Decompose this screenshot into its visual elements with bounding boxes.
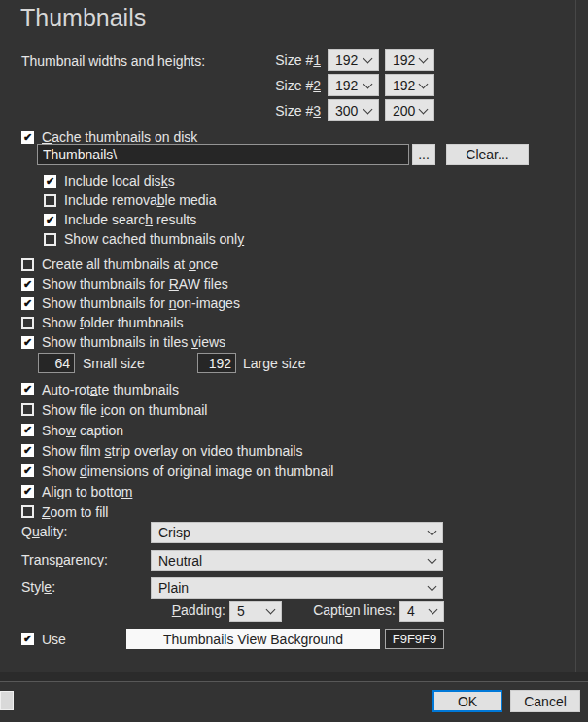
checkbox-label: Show file icon on thumbnail bbox=[42, 402, 207, 418]
chevron-down-icon bbox=[428, 582, 437, 592]
combobox-value: 300 bbox=[335, 103, 358, 119]
large-size-label: Large size bbox=[243, 356, 306, 371]
checkbox-row-show-film-strip-overlay-on-video-thumbnails[interactable]: Show film strip overlay on video thumbna… bbox=[21, 440, 333, 461]
checkbox-row-show-caption[interactable]: Show caption bbox=[21, 420, 333, 440]
checkbox-show-thumbnails-for-raw-files[interactable] bbox=[21, 278, 34, 291]
checkbox-show-caption[interactable] bbox=[21, 424, 34, 436]
chevron-down-icon bbox=[419, 53, 429, 63]
size-2-width-combobox[interactable]: 192 bbox=[328, 74, 379, 96]
page-title: Thumbnails bbox=[20, 4, 146, 32]
checkbox-row-use[interactable]: Use bbox=[21, 629, 66, 649]
checkbox-show-cached-thumbnails-only[interactable] bbox=[44, 233, 56, 246]
size-label-1: Size #1 bbox=[262, 52, 321, 68]
browse-button[interactable]: ... bbox=[412, 144, 435, 165]
checkbox-row-zoom-to-fill[interactable]: Zoom to fill bbox=[21, 501, 333, 522]
label-quality: Quality: bbox=[21, 524, 67, 539]
checkbox-label: Create all thumbnails at once bbox=[42, 257, 218, 272]
partial-button-fragment[interactable] bbox=[0, 691, 14, 710]
checkbox-show-film-strip-overlay-on-video-thumbnails[interactable] bbox=[21, 444, 34, 457]
size-3-height-combobox[interactable]: 200 bbox=[385, 99, 434, 121]
checkbox-show-folder-thumbnails[interactable] bbox=[21, 317, 34, 329]
checkbox-row-show-file-icon-on-thumbnail[interactable]: Show file icon on thumbnail bbox=[21, 399, 333, 420]
checkbox-label: Use bbox=[42, 632, 66, 647]
combobox-value: Crisp bbox=[158, 525, 190, 540]
checkbox-row-show-thumbnails-for-non-images[interactable]: Show thumbnails for non-images bbox=[21, 293, 240, 313]
checkbox-row-auto-rotate-thumbnails[interactable]: Auto-rotate thumbnails bbox=[21, 379, 333, 399]
checkbox-show-dimensions-of-original-image-on-thumbnail[interactable] bbox=[21, 464, 34, 477]
checkbox-row-create-all-thumbnails-at-once[interactable]: Create all thumbnails at once bbox=[21, 255, 240, 274]
style-combobox[interactable]: Plain bbox=[151, 577, 443, 599]
chevron-down-icon bbox=[266, 605, 276, 615]
checkbox-show-file-icon-on-thumbnail[interactable] bbox=[21, 403, 34, 416]
combobox-value: 192 bbox=[393, 52, 415, 68]
checkbox-label: Show thumbnails for RAW files bbox=[42, 276, 228, 292]
combobox-value: 4 bbox=[407, 603, 415, 619]
label-transparency: Transparency: bbox=[21, 552, 108, 567]
size-label-3: Size #3 bbox=[262, 103, 321, 119]
checkbox-row-show-thumbnails-for-raw-files[interactable]: Show thumbnails for RAW files bbox=[21, 274, 240, 293]
chevron-down-icon bbox=[363, 79, 373, 88]
checkbox-cache-thumbnails-on-disk[interactable] bbox=[21, 131, 34, 144]
label-style: Style: bbox=[21, 579, 55, 595]
size-3-width-combobox[interactable]: 300 bbox=[328, 99, 379, 121]
checkbox-zoom-to-fill[interactable] bbox=[21, 505, 34, 518]
large-size-input[interactable] bbox=[197, 353, 236, 373]
chevron-down-icon bbox=[429, 605, 438, 615]
checkbox-row-include-removable-media[interactable]: Include removable media bbox=[44, 190, 244, 210]
checkbox-row-include-search-results[interactable]: Include search results bbox=[44, 210, 244, 229]
checkbox-use[interactable] bbox=[21, 633, 34, 645]
clear-button[interactable]: Clear... bbox=[446, 144, 529, 165]
checkbox-label: Show folder thumbnails bbox=[42, 315, 184, 330]
thumbnail-options-top: Create all thumbnails at onceShow thumbn… bbox=[21, 255, 240, 352]
checkbox-row-include-local-disks[interactable]: Include local disks bbox=[44, 171, 244, 190]
thumbnails-settings-dialog: Thumbnails Thumbnail widths and heights:… bbox=[0, 0, 588, 722]
checkbox-show-thumbnails-in-tiles-views[interactable] bbox=[21, 336, 34, 349]
footer-divider bbox=[0, 681, 588, 682]
size-row-2: Size #2192192 bbox=[262, 74, 437, 96]
padding-combobox[interactable]: 5 bbox=[229, 601, 282, 622]
ok-button[interactable]: OK bbox=[432, 690, 502, 712]
checkbox-include-local-disks[interactable] bbox=[44, 175, 56, 188]
checkbox-show-thumbnails-for-non-images[interactable] bbox=[21, 297, 34, 310]
cancel-button[interactable]: Cancel bbox=[510, 690, 580, 712]
select-row-quality: Quality:Crisp bbox=[0, 522, 588, 543]
combobox-value: 192 bbox=[335, 78, 358, 93]
checkbox-row-show-dimensions-of-original-image-on-thumbnail[interactable]: Show dimensions of original image on thu… bbox=[21, 461, 333, 481]
combobox-value: 192 bbox=[393, 78, 415, 93]
caption-lines-label: Caption lines: bbox=[298, 602, 396, 618]
select-row-transparency: Transparency:Neutral bbox=[0, 550, 588, 571]
size-row-1: Size #1192192 bbox=[262, 49, 437, 71]
combobox-value: 200 bbox=[393, 103, 415, 119]
background-color-hex-field[interactable]: F9F9F9 bbox=[385, 629, 444, 649]
cache-folder-input[interactable] bbox=[37, 144, 409, 165]
size-2-height-combobox[interactable]: 192 bbox=[385, 74, 434, 96]
caption-lines-combobox[interactable]: 4 bbox=[399, 601, 444, 622]
checkbox-row-show-folder-thumbnails[interactable]: Show folder thumbnails bbox=[21, 313, 240, 332]
checkbox-label: Align to bottom bbox=[42, 484, 132, 499]
quality-combobox[interactable]: Crisp bbox=[151, 522, 443, 543]
checkbox-label: Show thumbnails in tiles views bbox=[42, 334, 225, 350]
checkbox-label: Show cached thumbnails only bbox=[64, 231, 244, 247]
size-1-height-combobox[interactable]: 192 bbox=[385, 49, 434, 71]
size-label-2: Size #2 bbox=[262, 78, 321, 93]
checkbox-row-align-to-bottom[interactable]: Align to bottom bbox=[21, 481, 333, 501]
checkbox-label: Show film strip overlay on video thumbna… bbox=[42, 443, 302, 459]
size-1-width-combobox[interactable]: 192 bbox=[328, 49, 379, 71]
thumbnails-view-background-button[interactable]: Thumbnails View Background bbox=[126, 629, 380, 649]
checkbox-auto-rotate-thumbnails[interactable] bbox=[21, 383, 34, 395]
checkbox-label: Include local disks bbox=[64, 173, 175, 189]
checkbox-row-show-thumbnails-in-tiles-views[interactable]: Show thumbnails in tiles views bbox=[21, 332, 240, 352]
checkbox-row-show-cached-thumbnails-only[interactable]: Show cached thumbnails only bbox=[44, 229, 244, 249]
checkbox-include-search-results[interactable] bbox=[44, 214, 56, 226]
select-row-style: Style:Plain bbox=[0, 577, 588, 599]
checkbox-create-all-thumbnails-at-once[interactable] bbox=[21, 258, 34, 271]
small-size-input[interactable] bbox=[38, 353, 75, 373]
checkbox-align-to-bottom[interactable] bbox=[21, 485, 34, 498]
chevron-down-icon bbox=[428, 527, 437, 536]
checkbox-label: Show thumbnails for non-images bbox=[42, 295, 240, 311]
checkbox-label: Show dimensions of original image on thu… bbox=[42, 464, 333, 479]
thumbnail-options-bottom: Auto-rotate thumbnailsShow file icon on … bbox=[21, 379, 333, 522]
padding-label: Padding: bbox=[142, 602, 225, 618]
transparency-combobox[interactable]: Neutral bbox=[151, 550, 443, 571]
checkbox-include-removable-media[interactable] bbox=[44, 194, 56, 207]
